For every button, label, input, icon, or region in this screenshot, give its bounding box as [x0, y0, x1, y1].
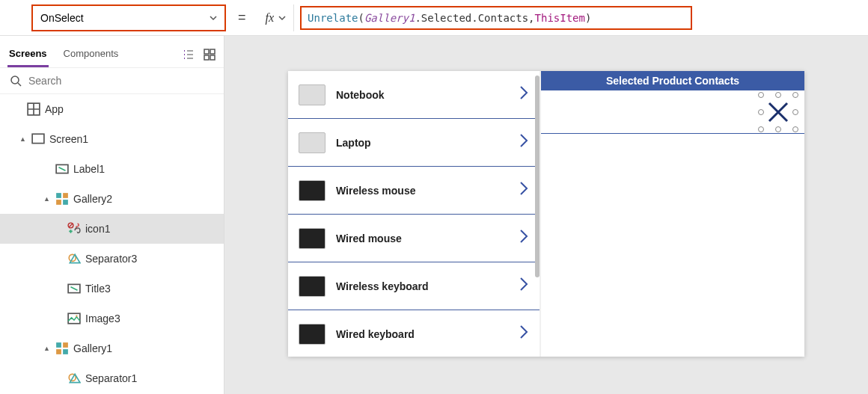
chevron-down-icon	[278, 14, 286, 22]
gallery-icon	[55, 342, 69, 355]
chevron-right-icon[interactable]	[519, 180, 529, 201]
tree-item-label: Screen1	[49, 133, 88, 145]
contacts-panel: Selected Product Contacts	[541, 71, 804, 357]
product-name: Wireless mouse	[336, 185, 508, 197]
svg-rect-0	[204, 49, 209, 54]
product-row[interactable]: Wireless mouse	[288, 167, 540, 215]
cancel-icon-selected[interactable]	[761, 95, 795, 129]
equals-label: =	[238, 10, 246, 25]
svg-rect-6	[32, 134, 44, 143]
tree-item-label: Image3	[85, 313, 120, 324]
search-input[interactable]	[28, 75, 215, 87]
formula-input[interactable]: Unrelate( Gallery1.Selected.Contacts, Th…	[300, 6, 692, 30]
tree-item-image3[interactable]: Image3	[0, 304, 224, 333]
property-input[interactable]	[40, 12, 190, 24]
app-icon	[27, 102, 40, 116]
canvas-area: NotebookLaptopWireless mouseWired mouseW…	[224, 36, 868, 394]
tree-item-separator3[interactable]: Separator3	[0, 244, 224, 274]
product-thumb	[299, 180, 326, 201]
tree-item-icon1[interactable]: icon1	[0, 214, 224, 244]
product-row[interactable]: Wired mouse	[288, 215, 540, 262]
tree-item-app[interactable]: App	[0, 94, 224, 124]
svg-rect-18	[63, 342, 68, 348]
tree-item-label: Label1	[73, 163, 105, 175]
product-name: Wired mouse	[336, 233, 508, 244]
formula-bar: = fx Unrelate( Gallery1.Selected.Contact…	[0, 0, 868, 36]
tree-item-label: Title3	[85, 283, 111, 295]
formula-thisitem: ThisItem	[535, 12, 585, 24]
chevron-right-icon[interactable]	[519, 324, 529, 345]
product-thumb	[299, 228, 326, 249]
tree-item-screen1[interactable]: ▲Screen1	[0, 124, 224, 154]
tree-toggle-icon[interactable]: ▲	[43, 345, 51, 352]
svg-rect-11	[63, 200, 68, 205]
product-name: Laptop	[336, 137, 508, 149]
svg-rect-1	[210, 49, 215, 54]
svg-rect-8	[56, 193, 61, 198]
tree-item-label: Gallery1	[73, 342, 112, 354]
icon-icon	[67, 222, 81, 236]
search-row	[0, 68, 224, 94]
chevron-right-icon[interactable]	[519, 276, 529, 297]
tab-components[interactable]: Components	[62, 42, 120, 67]
formula-open: (	[358, 12, 364, 24]
contacts-header: Selected Product Contacts	[541, 71, 804, 90]
svg-rect-10	[56, 200, 61, 205]
tree-toggle-icon[interactable]: ▲	[19, 135, 27, 143]
svg-rect-2	[204, 55, 209, 60]
svg-rect-17	[56, 342, 61, 348]
chevron-right-icon[interactable]	[519, 132, 529, 153]
product-thumb	[299, 84, 326, 105]
separator-icon	[67, 252, 81, 265]
contact-row[interactable]	[541, 90, 804, 134]
scrollbar[interactable]	[535, 76, 540, 277]
label-icon	[55, 162, 69, 176]
tab-screens[interactable]: Screens	[7, 42, 49, 67]
product-gallery[interactable]: NotebookLaptopWireless mouseWired mouseW…	[288, 71, 541, 357]
tree-item-label: icon1	[85, 223, 110, 235]
product-thumb	[299, 132, 326, 153]
svg-rect-3	[210, 55, 215, 60]
svg-rect-9	[63, 193, 68, 198]
screen-icon	[31, 132, 45, 146]
product-thumb	[299, 276, 326, 297]
list-view-icon[interactable]	[182, 48, 195, 61]
product-name: Wireless keyboard	[336, 280, 508, 292]
search-icon	[9, 74, 22, 87]
label-icon	[67, 282, 81, 295]
formula-path: .Selected.Contacts,	[415, 12, 534, 24]
svg-rect-20	[63, 349, 68, 354]
product-name: Notebook	[336, 89, 508, 101]
product-row[interactable]: Notebook	[288, 71, 540, 119]
tree-item-title3[interactable]: Title3	[0, 274, 224, 304]
separator-icon	[67, 372, 81, 385]
chevron-right-icon[interactable]	[519, 84, 529, 105]
product-row[interactable]: Wired keyboard	[288, 310, 540, 357]
tree-item-label1[interactable]: Label1	[0, 154, 224, 184]
fx-label: fx	[266, 11, 275, 25]
product-row[interactable]: Laptop	[288, 119, 540, 167]
tree-item-gallery2[interactable]: ▲Gallery2	[0, 184, 224, 214]
fx-button[interactable]: fx	[258, 4, 295, 31]
gallery-icon	[55, 192, 69, 206]
product-row[interactable]: Wireless keyboard	[288, 262, 540, 310]
svg-point-16	[76, 315, 77, 317]
tree-toggle-icon[interactable]: ▲	[43, 195, 51, 203]
product-name: Wired keyboard	[336, 328, 508, 340]
chevron-right-icon[interactable]	[519, 228, 529, 249]
chevron-down-icon	[210, 14, 217, 22]
image-icon	[67, 312, 81, 325]
product-thumb	[299, 324, 326, 345]
app-canvas[interactable]: NotebookLaptopWireless mouseWired mouseW…	[288, 71, 804, 357]
formula-object: Gallery1	[364, 12, 415, 24]
grid-view-icon[interactable]	[203, 48, 216, 61]
tree-item-separator1[interactable]: Separator1	[0, 363, 224, 393]
tree-item-gallery1[interactable]: ▲Gallery1	[0, 333, 224, 363]
formula-close: )	[585, 12, 591, 24]
tree-item-label: Gallery2	[73, 193, 112, 205]
tree-item-label: App	[45, 103, 64, 115]
tree-item-label: Separator1	[85, 372, 137, 384]
formula-fn: Unrelate	[308, 12, 358, 24]
svg-point-4	[11, 76, 19, 84]
property-dropdown[interactable]	[31, 4, 226, 31]
